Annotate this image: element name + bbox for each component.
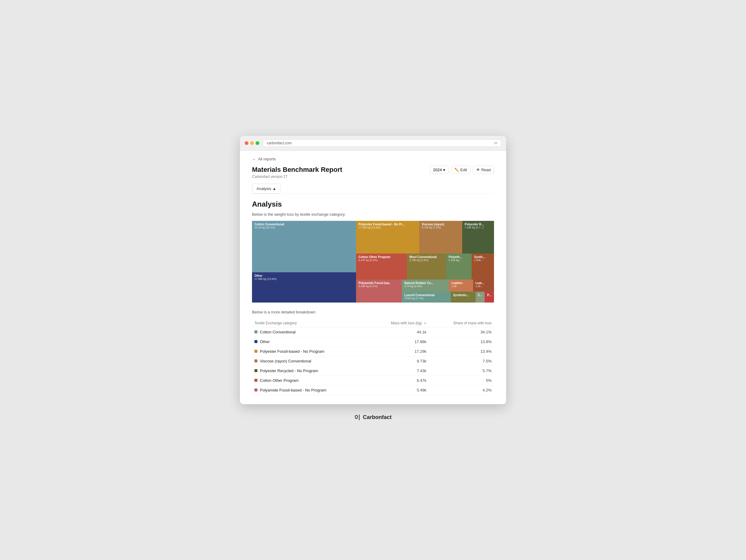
treemap-row-3: Polyamide Fossil-bas. 5.49k kg (4.2%) Na… (356, 280, 494, 303)
cell-share-3: 7.5% (429, 356, 494, 366)
cell-name-cotton: Cotton Conventional (254, 223, 354, 226)
cell-val-other: 17.88k kg (13.8%) (254, 277, 354, 280)
treemap-cell-cotton: Cotton Conventional 44.1k kg (34.1%) (252, 221, 356, 272)
table-row: Polyester Fossil-based - No Program 17.2… (252, 346, 494, 356)
cell-mass-5: 6.47k (368, 375, 429, 385)
cell-mass-4: 7.43k (368, 366, 429, 375)
cell-name-other: Other (254, 274, 354, 277)
read-icon: 👁 (476, 168, 480, 172)
read-button[interactable]: 👁 Read (473, 166, 494, 174)
color-dot-4 (254, 369, 257, 372)
treemap-cell-polyeth: Polyeth... 2.31k kg... (446, 254, 471, 280)
year-chevron: ▾ (443, 168, 445, 172)
table-row: Polyamide Fossil-based - No Program 5.49… (252, 385, 494, 395)
cell-val-leather1: 1.0k (451, 285, 471, 288)
treemap-cell-polyester-fossil: Polyester Fossil-based - No Pr... 17.29k… (356, 221, 419, 254)
treemap-cell-synthetic: Synthetic... ... (451, 292, 476, 303)
edit-button[interactable]: ✏️ Edit (451, 166, 470, 174)
minimize-button[interactable] (250, 141, 254, 145)
cell-category-3: Viscose (rayon) Conventional (252, 356, 368, 366)
year-selector[interactable]: 2024 ▾ (430, 166, 449, 174)
nav-bar: Analysis ▲ (252, 184, 494, 194)
traffic-lights (245, 141, 259, 145)
treemap-description: Below is the weight loss by textile exch… (252, 212, 494, 217)
treemap-cell-other: Other 17.88k kg (13.8%) (252, 272, 356, 303)
read-label: Read (481, 168, 491, 172)
cell-category-name-4: Polyester Recycled - No Program (260, 368, 318, 373)
cell-category-name-3: Viscose (rayon) Conventional (260, 359, 311, 363)
cell-mass-0: 44.1k (368, 327, 429, 337)
cell-share-0: 34.1% (429, 327, 494, 337)
table-row: Cotton Conventional 44.1k 34.1% (252, 327, 494, 337)
reload-button[interactable]: ⟳ (494, 141, 497, 145)
col-header-mass[interactable]: Mass with loss (kg) ⇅ (368, 319, 429, 327)
treemap-cell-lyocell: Lyocell Conventional 3.49k kg (2.7%) (402, 292, 451, 303)
content-area: ← All reports Materials Benchmark Report… (240, 151, 506, 404)
cell-val-cotton-other: 6.47k kg (5.0%) (358, 259, 404, 262)
carbonfact-logo-text: Carbonfact (363, 414, 392, 421)
treemap-cell-leather1: Leather - 1.0k (449, 280, 473, 292)
cell-name-p: P... (487, 293, 492, 297)
cell-val-natural-rubber: 3.7k kg (2.9%) (404, 285, 447, 288)
cell-name-lyocell: Lyocell Conventional (404, 293, 448, 297)
treemap-cell-polyester-recycled: Polyester R... 7.43k kg (5.7...) (462, 221, 494, 254)
cell-val-polyester-recycled: 7.43k kg (5.7...) (465, 226, 492, 229)
cell-mass-1: 17.88k (368, 337, 429, 346)
tab-chevron-icon: ▲ (272, 186, 276, 191)
table-row: Polyester Recycled - No Program 7.43k 5.… (252, 366, 494, 375)
year-label: 2024 (433, 168, 442, 172)
address-bar[interactable]: carbonfact.com ⟳ (263, 139, 501, 147)
treemap-cell-leather2: Leat... 1.0k... (473, 280, 494, 292)
color-dot-3 (254, 359, 257, 362)
treemap-cell-natural-rubber: Natural Rubber Co... 3.7k kg (2.9%) (402, 280, 449, 292)
treemap-bottom-row-a: Natural Rubber Co... 3.7k kg (2.9%) Leat… (402, 280, 494, 292)
cell-category-name-0: Cotton Conventional (260, 330, 295, 334)
cell-mass-2: 17.29k (368, 346, 429, 356)
table-body: Cotton Conventional 44.1k 34.1% Other 17… (252, 327, 494, 395)
back-arrow-icon: ← (252, 157, 256, 162)
cell-val-polyamide: 5.49k kg (4.2%) (358, 285, 399, 288)
cell-share-2: 13.4% (429, 346, 494, 356)
analysis-tab[interactable]: Analysis ▲ (252, 184, 281, 194)
edit-icon: ✏️ (454, 168, 459, 172)
back-link[interactable]: ← All reports (252, 157, 494, 162)
treemap-cell-p: P... (485, 292, 494, 303)
col-header-share: Share of mass with loss (429, 319, 494, 327)
cell-name-viscose: Viscose (rayon) (422, 223, 460, 226)
treemap-cell-synth: Synth... 1.84k... (471, 254, 494, 280)
cell-val-lyocell: 3.49k kg (2.7%) (404, 297, 448, 300)
treemap-cell-viscose: Viscose (rayon) 9.73k kg (7.5%) (419, 221, 462, 254)
cell-category-4: Polyester Recycled - No Program (252, 366, 368, 375)
treemap-left-col: Cotton Conventional 44.1k kg (34.1%) Oth… (252, 221, 356, 303)
cell-share-1: 13.8% (429, 337, 494, 346)
treemap-row-2: Cotton Other Program 6.47k kg (5.0%) Woo… (356, 254, 494, 280)
cell-name-c: C... (478, 293, 483, 297)
cell-name-leather2: Leat... (476, 281, 492, 285)
browser-toolbar: carbonfact.com ⟳ (240, 136, 506, 151)
cell-name-polyamide: Polyamide Fossil-bas. (358, 281, 399, 285)
cell-category-name-2: Polyester Fossil-based - No Program (260, 349, 324, 354)
analysis-tab-label: Analysis (257, 186, 271, 191)
cell-share-6: 4.2% (429, 385, 494, 395)
cell-name-wool: Wool Conventional (409, 255, 444, 259)
cell-category-5: Cotton Other Program (252, 375, 368, 385)
cell-mass-6: 5.49k (368, 385, 429, 395)
cell-category-name-5: Cotton Other Program (260, 378, 298, 383)
edit-label: Edit (460, 168, 467, 172)
treemap-cell-cotton-other: Cotton Other Program 6.47k kg (5.0%) (356, 254, 407, 280)
cell-val-viscose: 9.73k kg (7.5%) (422, 226, 460, 229)
color-dot-5 (254, 379, 257, 382)
section-title: Analysis (252, 200, 494, 208)
treemap-row-1: Polyester Fossil-based - No Pr... 17.29k… (356, 221, 494, 254)
table-header: Textile Exchange category Mass with loss… (252, 319, 494, 327)
color-dot-2 (254, 350, 257, 353)
cell-share-5: 5% (429, 375, 494, 385)
cell-name-polyeth: Polyeth... (449, 255, 469, 259)
cell-name-polyester-fossil: Polyester Fossil-based - No Pr... (358, 223, 417, 226)
close-button[interactable] (245, 141, 248, 145)
maximize-button[interactable] (256, 141, 259, 145)
report-info: Materials Benchmark Report Carbonfact ve… (252, 166, 342, 179)
cell-val-wool: 3.78k kg (2.9%) (409, 259, 444, 262)
cell-val-polyester-fossil: 17.29k kg (13.4%) (358, 226, 417, 229)
report-title: Materials Benchmark Report (252, 166, 342, 174)
